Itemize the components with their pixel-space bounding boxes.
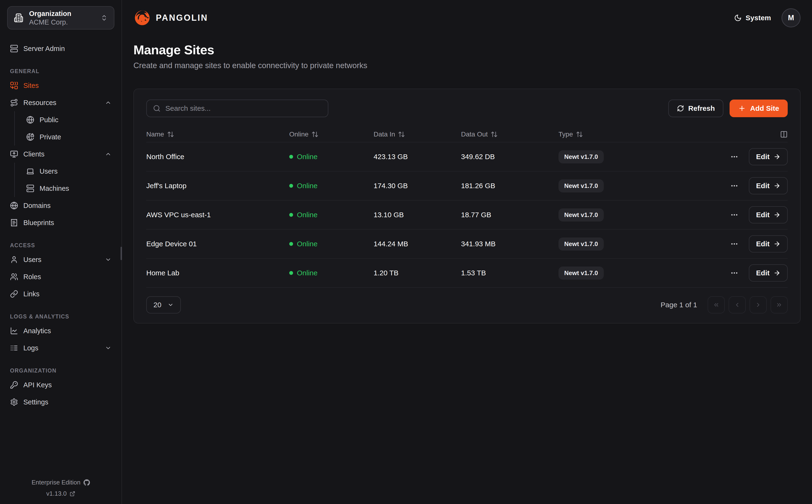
site-data-in: 144.24 MB <box>374 240 461 248</box>
chevron-left-icon <box>734 302 741 308</box>
page-size-select[interactable]: 20 <box>146 296 181 313</box>
sidebar-item-label: Blueprints <box>23 219 112 227</box>
sidebar-item-public[interactable]: Public <box>23 111 114 128</box>
row-menu-button[interactable] <box>730 182 738 190</box>
sidebar-item-settings[interactable]: Settings <box>7 393 114 411</box>
previous-page-button[interactable] <box>729 296 746 313</box>
sidebar-item-label: Sites <box>23 82 112 90</box>
sidebar-scrollbar-thumb[interactable] <box>121 247 122 260</box>
monitor-up-icon <box>10 150 18 158</box>
ellipsis-icon <box>730 211 738 219</box>
laptop-icon <box>26 167 34 175</box>
chevron-up-icon <box>105 99 112 106</box>
site-type-badge: Newt v1.7.0 <box>558 237 604 251</box>
site-type-badge: Newt v1.7.0 <box>558 208 604 222</box>
pagination: 20 Page 1 of 1 <box>146 296 788 313</box>
avatar[interactable]: M <box>782 8 801 27</box>
column-header-data-out[interactable]: Data Out <box>461 131 558 138</box>
sidebar-item-machines[interactable]: Machines <box>23 180 114 197</box>
sidebar-item-label: API Keys <box>23 381 112 389</box>
online-dot-icon <box>289 213 293 217</box>
external-link-icon[interactable] <box>70 491 75 497</box>
arrow-right-icon <box>773 269 781 277</box>
column-header-online[interactable]: Online <box>289 131 374 138</box>
arrow-right-icon <box>773 182 781 189</box>
site-data-out: 181.26 GB <box>461 182 558 190</box>
sidebar-item-sites[interactable]: Sites <box>7 77 114 94</box>
sidebar-item-label: Links <box>23 290 112 298</box>
organization-value: ACME Corp. <box>29 18 95 26</box>
edit-button[interactable]: Edit <box>749 206 788 223</box>
sidebar-item-roles[interactable]: Roles <box>7 268 114 285</box>
sidebar-item-analytics[interactable]: Analytics <box>7 322 114 339</box>
chevrons-up-down-icon <box>101 14 108 21</box>
sort-icon <box>576 131 583 138</box>
organization-selector[interactable]: Organization ACME Corp. <box>7 6 114 30</box>
last-page-button[interactable] <box>771 296 788 313</box>
edit-button[interactable]: Edit <box>749 177 788 194</box>
sidebar-item-label: Public <box>40 116 112 124</box>
sidebar-item-private[interactable]: Private <box>23 128 114 146</box>
sidebar-item-server-admin[interactable]: Server Admin <box>7 40 114 57</box>
sidebar-item-logs[interactable]: Logs <box>7 339 114 357</box>
column-header-type[interactable]: Type <box>558 131 709 138</box>
arrow-right-icon <box>773 153 781 160</box>
next-page-button[interactable] <box>750 296 767 313</box>
sidebar-item-resources[interactable]: Resources <box>7 94 114 111</box>
online-dot-icon <box>289 271 293 275</box>
chevron-down-icon <box>105 256 112 263</box>
search-box <box>146 100 328 117</box>
edit-button[interactable]: Edit <box>749 264 788 282</box>
site-data-in: 13.10 GB <box>374 211 461 219</box>
arrow-right-icon <box>773 240 781 247</box>
column-header-data-in[interactable]: Data In <box>374 131 461 138</box>
table-row: Home Lab Online 1.20 TB 1.53 TB Newt v1.… <box>146 259 788 288</box>
site-data-out: 1.53 TB <box>461 269 558 277</box>
online-dot-icon <box>289 242 293 246</box>
site-data-out: 341.93 MB <box>461 240 558 248</box>
columns-toggle-icon[interactable] <box>780 131 788 138</box>
app-root: Organization ACME Corp. Server Admin GEN… <box>0 0 812 504</box>
sidebar-item-blueprints[interactable]: Blueprints <box>7 214 114 231</box>
logs-icon <box>10 344 18 352</box>
edit-button[interactable]: Edit <box>749 148 788 165</box>
site-type-badge: Newt v1.7.0 <box>558 267 604 280</box>
site-data-out: 349.62 DB <box>461 153 558 161</box>
site-data-in: 1.20 TB <box>374 269 461 277</box>
ellipsis-icon <box>730 240 738 248</box>
combine-icon <box>10 81 18 90</box>
add-site-button[interactable]: Add Site <box>730 100 788 117</box>
page-subtitle: Create and manage sites to enable connec… <box>133 61 801 70</box>
row-menu-button[interactable] <box>730 269 738 277</box>
server-icon <box>10 45 18 53</box>
theme-toggle[interactable]: System <box>734 14 771 22</box>
sidebar-nav: Server Admin GENERAL Sites Resources Pub… <box>7 40 114 411</box>
chevron-up-icon <box>105 151 112 157</box>
edit-button[interactable]: Edit <box>749 235 788 252</box>
sidebar-item-label: Logs <box>23 344 100 352</box>
sidebar-item-domains[interactable]: Domains <box>7 197 114 214</box>
sidebar-item-label: Domains <box>23 202 112 210</box>
search-input[interactable] <box>165 104 322 112</box>
organization-label: Organization <box>29 9 95 18</box>
ellipsis-icon <box>730 269 738 277</box>
brand[interactable]: PANGOLIN <box>133 9 208 27</box>
sidebar-item-links[interactable]: Links <box>7 285 114 302</box>
sidebar-item-api-keys[interactable]: API Keys <box>7 376 114 393</box>
globe-lock-icon <box>26 133 34 141</box>
row-menu-button[interactable] <box>730 240 738 248</box>
sidebar-item-client-users[interactable]: Users <box>23 163 114 180</box>
sidebar-item-clients[interactable]: Clients <box>7 146 114 163</box>
sidebar-item-users[interactable]: Users <box>7 251 114 268</box>
github-icon[interactable] <box>83 479 90 486</box>
table-row: Edge Device 01 Online 144.24 MB 341.93 M… <box>146 230 788 259</box>
refresh-button[interactable]: Refresh <box>668 100 724 117</box>
first-page-button[interactable] <box>708 296 725 313</box>
site-name: North Office <box>146 153 289 161</box>
row-menu-button[interactable] <box>730 153 738 161</box>
link-icon <box>10 290 18 298</box>
row-menu-button[interactable] <box>730 211 738 219</box>
column-header-name[interactable]: Name <box>146 131 289 138</box>
sidebar-item-label: Resources <box>23 99 100 107</box>
sidebar-item-label: Machines <box>40 185 112 192</box>
